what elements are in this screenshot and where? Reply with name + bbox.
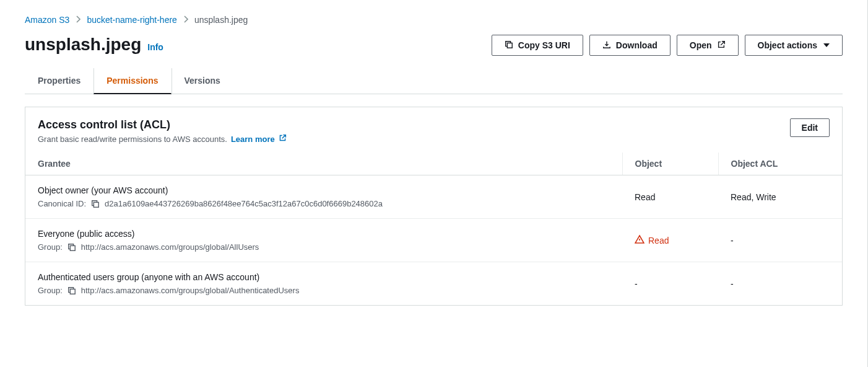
grantee-sub-label: Group: — [38, 286, 63, 295]
copy-s3-uri-label: Copy S3 URI — [518, 40, 570, 50]
learn-more-link[interactable]: Learn more — [231, 134, 287, 144]
download-label: Download — [616, 40, 658, 50]
warning-icon — [635, 234, 644, 246]
action-bar: Copy S3 URI Download Open Object actions — [492, 35, 843, 56]
grantee-sub-label: Canonical ID: — [38, 199, 86, 208]
copy-icon[interactable] — [67, 243, 76, 252]
grantee-sub-value: http://acs.amazonaws.com/groups/global/A… — [81, 242, 259, 252]
acl-description: Grant basic read/write permissions to AW… — [38, 135, 227, 144]
open-button[interactable]: Open — [677, 35, 739, 56]
external-link-icon — [279, 134, 287, 144]
table-row: Object owner (your AWS account)Canonical… — [25, 175, 842, 219]
object-actions-button[interactable]: Object actions — [745, 35, 843, 56]
breadcrumb-bucket[interactable]: bucket-name-right-here — [87, 15, 177, 25]
tabs: Properties Permissions Versions — [25, 68, 843, 94]
col-object: Object — [622, 153, 718, 175]
grantee-title: Object owner (your AWS account) — [38, 185, 610, 195]
breadcrumb-current: unsplash.jpeg — [194, 15, 248, 25]
chevron-right-icon — [183, 15, 188, 25]
tab-permissions[interactable]: Permissions — [93, 68, 171, 94]
svg-rect-1 — [93, 202, 98, 207]
caret-down-icon — [823, 43, 830, 47]
object-permission: - — [635, 279, 638, 289]
open-label: Open — [690, 40, 712, 50]
copy-s3-uri-button[interactable]: Copy S3 URI — [492, 35, 583, 56]
grantee-sub-label: Group: — [38, 242, 63, 252]
info-link[interactable]: Info — [147, 42, 163, 52]
grantee-sub-value: d2a1a6109ae443726269ba8626f48ee764c5ac3f… — [105, 199, 383, 208]
grantee-sub-value: http://acs.amazonaws.com/groups/global/A… — [81, 286, 300, 295]
svg-rect-3 — [70, 289, 75, 294]
object-acl-permission: - — [731, 279, 734, 289]
acl-title: Access control list (ACL) — [38, 118, 287, 131]
acl-panel: Access control list (ACL) Grant basic re… — [25, 107, 843, 306]
download-button[interactable]: Download — [589, 35, 671, 56]
object-permission: Read — [635, 192, 655, 202]
table-row: Authenticated users group (anyone with a… — [25, 262, 842, 306]
external-link-icon — [717, 40, 726, 51]
object-actions-label: Object actions — [758, 40, 817, 50]
object-acl-permission: Read, Write — [731, 192, 776, 202]
edit-button[interactable]: Edit — [790, 118, 830, 137]
copy-icon[interactable] — [67, 286, 76, 295]
chevron-right-icon — [76, 15, 80, 25]
col-object-acl: Object ACL — [718, 153, 842, 175]
tab-properties[interactable]: Properties — [25, 68, 93, 94]
breadcrumb: Amazon S3 bucket-name-right-here unsplas… — [25, 15, 843, 25]
object-permission: Read — [648, 236, 669, 245]
acl-table: Grantee Object Object ACL Object owner (… — [25, 153, 842, 305]
object-permission-warning: Read — [635, 234, 669, 246]
tab-versions[interactable]: Versions — [171, 68, 233, 94]
page-title: unsplash.jpeg — [25, 35, 141, 55]
table-row: Everyone (public access)Group:http://acs… — [25, 219, 842, 262]
grantee-title: Authenticated users group (anyone with a… — [38, 272, 610, 282]
object-acl-permission: - — [731, 236, 734, 245]
grantee-title: Everyone (public access) — [38, 229, 610, 239]
svg-rect-0 — [507, 43, 512, 48]
svg-rect-2 — [70, 245, 75, 250]
col-grantee: Grantee — [25, 153, 622, 175]
learn-more-label: Learn more — [231, 135, 275, 144]
breadcrumb-root[interactable]: Amazon S3 — [25, 15, 69, 25]
copy-icon — [505, 40, 513, 51]
copy-icon[interactable] — [91, 200, 100, 208]
download-icon — [602, 40, 611, 51]
